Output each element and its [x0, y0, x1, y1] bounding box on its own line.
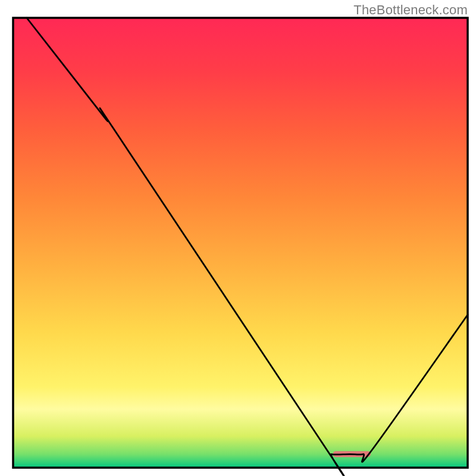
- gradient-background: [13, 18, 468, 468]
- watermark-text: TheBottleneck.com: [353, 2, 468, 18]
- plot-area: [13, 18, 468, 476]
- bottleneck-chart: [0, 0, 476, 476]
- chart-container: TheBottleneck.com: [0, 0, 476, 476]
